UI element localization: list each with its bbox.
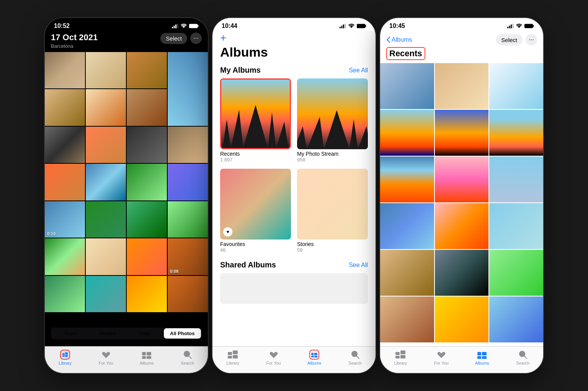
photo-cell[interactable] [489, 63, 543, 109]
photo-cell[interactable] [489, 250, 543, 296]
library-more-button[interactable]: ··· [190, 33, 202, 44]
photo-cell[interactable] [45, 127, 85, 163]
library-header-buttons: Select ··· [160, 33, 202, 44]
tab-library-1[interactable]: Library [45, 350, 86, 365]
tab-label-albums-1: Albums [140, 361, 154, 365]
battery-icon-2 [357, 24, 366, 28]
photo-cell[interactable] [489, 110, 543, 156]
shared-albums-see-all[interactable]: See All [349, 262, 368, 269]
svg-rect-8 [65, 352, 68, 354]
photo-cell[interactable] [86, 238, 126, 275]
photo-cell[interactable] [168, 164, 208, 200]
tab-label-for-you-1: For You [99, 361, 113, 365]
tab-albums-1[interactable]: Albums [126, 350, 167, 365]
photo-cell[interactable]: 0:10 [45, 201, 85, 238]
photo-cell[interactable] [127, 164, 167, 200]
photo-cell[interactable] [86, 52, 126, 88]
photo-cell[interactable] [435, 297, 489, 342]
for-you-icon-3 [437, 350, 446, 359]
photo-cell[interactable] [127, 276, 167, 312]
photo-cell[interactable] [86, 276, 126, 312]
segment-all-photos[interactable]: All Photos [164, 328, 201, 339]
tab-for-you-3[interactable]: For You [421, 350, 462, 365]
tab-for-you-2[interactable]: For You [253, 350, 294, 365]
back-to-albums-button[interactable]: Albums [386, 36, 412, 43]
shared-album-thumbnail [220, 273, 368, 304]
phone-library: 10:52 17 Oct 2021 Barcelona Select ··· [44, 17, 209, 374]
library-photo-grid: 0:10 0:08 [45, 52, 208, 312]
tab-library-3[interactable]: Library [380, 350, 421, 365]
tab-search-1[interactable]: Search [167, 350, 208, 365]
recents-select-button[interactable]: Select [496, 34, 523, 46]
album-recents[interactable]: Recents 1 897 [220, 78, 291, 163]
library-icon [62, 350, 68, 359]
svg-rect-9 [65, 355, 68, 357]
photo-cell[interactable] [127, 238, 167, 275]
tab-library-2[interactable]: Library [212, 350, 253, 365]
svg-rect-12 [142, 356, 146, 359]
svg-rect-4 [189, 24, 198, 28]
photo-cell[interactable] [45, 89, 85, 125]
photo-cell[interactable] [380, 250, 434, 296]
photo-cell[interactable] [168, 201, 208, 238]
photo-cell[interactable] [86, 164, 126, 200]
svg-line-31 [356, 356, 359, 359]
photo-cell[interactable] [86, 201, 126, 238]
photo-cell[interactable] [489, 297, 543, 342]
photo-cell[interactable] [380, 297, 434, 342]
album-favourites[interactable]: ♥ Favourites 46 [220, 169, 291, 253]
album-recents-thumb [220, 78, 291, 149]
recents-title-bar: Recents [380, 46, 543, 63]
photo-cell[interactable] [45, 276, 85, 312]
photo-cell[interactable] [45, 52, 85, 88]
photo-cell[interactable] [45, 164, 85, 200]
status-time-1: 10:52 [54, 23, 70, 29]
photo-cell[interactable] [127, 201, 167, 238]
photo-cell[interactable] [380, 203, 434, 249]
photo-cell[interactable] [489, 203, 543, 249]
photo-cell[interactable] [127, 89, 167, 125]
add-album-button[interactable]: + [220, 33, 226, 43]
photo-cell[interactable] [435, 63, 489, 109]
tab-albums-3[interactable]: Albums [462, 350, 503, 365]
photo-cell[interactable] [380, 63, 434, 109]
photo-cell[interactable] [86, 127, 126, 163]
tab-albums-2[interactable]: Albums [294, 350, 335, 365]
stories-thumbnail [297, 169, 368, 239]
photo-cell[interactable] [168, 52, 208, 126]
tab-for-you-1[interactable]: For You [86, 350, 127, 365]
album-stories[interactable]: Stories 59 [297, 169, 368, 253]
segment-days[interactable]: Days [126, 328, 164, 339]
status-bar-1: 10:52 [45, 18, 208, 31]
tab-bar-2: Library For You Albums Search [212, 346, 376, 373]
photo-cell[interactable] [489, 156, 543, 202]
albums-content: + Albums My Albums See All Recents 1 897… [212, 31, 376, 336]
photo-cell[interactable] [168, 127, 208, 163]
photo-cell[interactable] [435, 156, 489, 202]
photo-cell[interactable] [435, 110, 489, 156]
segment-years[interactable]: Years [52, 328, 89, 339]
photo-cell[interactable] [380, 156, 434, 202]
photo-cell[interactable] [435, 203, 489, 249]
svg-rect-25 [233, 355, 238, 358]
recents-more-button[interactable]: ··· [526, 34, 537, 46]
photo-cell[interactable]: 0:08 [168, 238, 208, 275]
my-albums-see-all[interactable]: See All [349, 67, 368, 74]
tab-search-3[interactable]: Search [503, 350, 544, 365]
photo-cell[interactable] [127, 127, 167, 163]
photo-cell[interactable] [380, 110, 434, 156]
album-photo-stream[interactable]: My Photo Stream 958 [297, 78, 368, 163]
albums-icon-2 [311, 350, 317, 359]
signal-icon-2 [340, 24, 346, 28]
segment-months[interactable]: Months [89, 328, 127, 339]
for-you-icon [101, 350, 111, 359]
svg-rect-20 [357, 24, 365, 28]
album-photo-stream-thumb [297, 78, 368, 149]
tab-search-2[interactable]: Search [335, 350, 376, 365]
photo-cell[interactable] [168, 276, 208, 312]
library-select-button[interactable]: Select [160, 33, 187, 44]
photo-cell[interactable] [86, 89, 126, 125]
photo-cell[interactable] [127, 52, 167, 88]
photo-cell[interactable] [435, 250, 489, 296]
photo-cell[interactable] [45, 238, 85, 275]
